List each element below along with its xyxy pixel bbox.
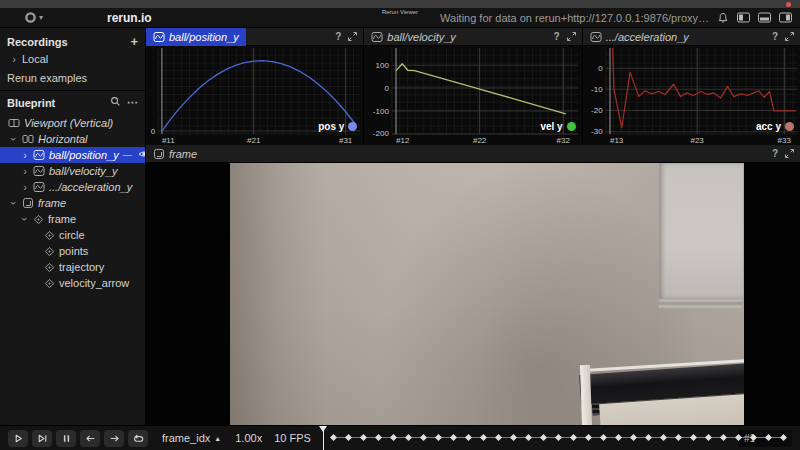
timeline-frame-marker[interactable]: [615, 433, 622, 440]
maximize-view-icon[interactable]: [566, 28, 577, 46]
tree-item-viewport[interactable]: Viewport (Vertical): [0, 115, 145, 131]
playback-speed[interactable]: 1.00x: [235, 432, 262, 444]
timeline-frame-marker[interactable]: [630, 433, 637, 440]
timeline-frame-marker[interactable]: [585, 433, 592, 440]
position-plot[interactable]: 0#11#21#31 pos y: [146, 46, 363, 145]
rerun-examples-label: Rerun examples: [7, 72, 87, 84]
timeline-frame-marker[interactable]: [705, 433, 712, 440]
chevron-right-icon[interactable]: ›: [10, 53, 18, 65]
tab-ball-velocity-y[interactable]: ball/velocity_y: [364, 28, 462, 46]
timeline-frame-marker[interactable]: [375, 433, 382, 440]
search-icon[interactable]: [110, 96, 121, 109]
connection-status: Waiting for data on rerun+http://127.0.0…: [440, 12, 709, 24]
chevron-down-icon[interactable]: ›: [8, 199, 20, 207]
svg-text:-200: -200: [373, 129, 390, 138]
timeline-frame-marker[interactable]: [525, 433, 532, 440]
step-forward-button[interactable]: [104, 430, 124, 447]
maximize-view-icon[interactable]: [784, 28, 795, 46]
notifications-bell-icon[interactable]: [717, 12, 729, 24]
timeline-frame-marker[interactable]: [600, 433, 607, 440]
tab-acceleration-y[interactable]: .../acceleration_y: [583, 28, 696, 46]
tree-item-ball-position-y[interactable]: › ball/position_y —: [0, 147, 145, 163]
tree-item-acceleration-y[interactable]: › .../acceleration_y: [0, 179, 145, 195]
toggle-right-panel-icon[interactable]: [779, 12, 792, 23]
rerun-menu-button[interactable]: ▾: [24, 11, 43, 24]
timeline-frame-marker[interactable]: [720, 433, 727, 440]
timeline-frame-marker[interactable]: [495, 433, 502, 440]
entity-icon: [44, 246, 55, 257]
timeline-frame-marker[interactable]: [405, 433, 412, 440]
help-icon[interactable]: ?: [335, 31, 341, 42]
svg-text:#22: #22: [473, 136, 487, 145]
tree-item-trajectory[interactable]: trajectory: [0, 259, 145, 275]
pause-button[interactable]: [56, 430, 76, 447]
chevron-right-icon[interactable]: ›: [21, 149, 29, 161]
more-options-icon[interactable]: ⋯: [127, 96, 138, 109]
timeline-frame-marker[interactable]: [570, 433, 577, 440]
tree-item-horizontal[interactable]: › Horizontal: [0, 131, 145, 147]
timeline-selector[interactable]: frame_idx ▲: [162, 432, 221, 444]
timeline-frame-marker[interactable]: [510, 433, 517, 440]
recordings-header: Recordings +: [0, 32, 145, 51]
svg-text:-20: -20: [591, 106, 603, 115]
toggle-bottom-panel-icon[interactable]: [758, 12, 771, 23]
help-icon[interactable]: ?: [554, 31, 560, 42]
tree-item-frame-entity[interactable]: › frame: [0, 211, 145, 227]
legend-dot: [785, 122, 794, 131]
timeline-frame-marker[interactable]: [345, 433, 352, 440]
timeline-playhead[interactable]: [323, 426, 324, 450]
sidebar-item-rerun-examples[interactable]: Rerun examples: [0, 70, 145, 85]
visibility-eye-icon[interactable]: [138, 149, 146, 161]
panel-ball-position-y: ball/position_y ? 0#11#21#31 pos y: [146, 28, 364, 145]
timeline-frame-marker[interactable]: [660, 433, 667, 440]
timeline-frame-marker[interactable]: [450, 433, 457, 440]
timeline-frame-marker[interactable]: [420, 433, 427, 440]
chevron-down-icon[interactable]: ›: [8, 135, 20, 143]
timeline-frame-marker[interactable]: [435, 433, 442, 440]
help-icon[interactable]: ?: [772, 31, 778, 42]
dropdown-up-icon: ▲: [214, 435, 221, 442]
tab-ball-position-y[interactable]: ball/position_y: [146, 28, 246, 46]
chevron-right-icon[interactable]: ›: [21, 165, 29, 177]
timeline-frame-marker[interactable]: [645, 433, 652, 440]
timeline-frame-marker[interactable]: [675, 433, 682, 440]
timeline-frame-marker[interactable]: [540, 433, 547, 440]
toggle-left-panel-icon[interactable]: [737, 12, 750, 23]
svg-text:0: 0: [151, 127, 156, 136]
frame-2d-view[interactable]: [146, 163, 800, 425]
maximize-view-icon[interactable]: [347, 28, 358, 46]
play-button[interactable]: [8, 430, 28, 447]
blueprint-title: Blueprint: [7, 97, 55, 109]
timeline-track[interactable]: [323, 426, 732, 450]
legend-dot: [567, 122, 576, 131]
add-recording-button[interactable]: +: [130, 35, 138, 48]
chevron-down-icon[interactable]: ›: [19, 215, 31, 223]
chevron-right-icon[interactable]: ›: [21, 181, 29, 193]
loop-button[interactable]: [128, 430, 148, 447]
playback-fps[interactable]: 10 FPS: [274, 432, 311, 444]
timeline-frame-marker[interactable]: [555, 433, 562, 440]
timeline-frame-marker[interactable]: [330, 433, 337, 440]
timeline-frame-marker[interactable]: [465, 433, 472, 440]
follow-button[interactable]: [32, 430, 52, 447]
tree-item-ball-velocity-y[interactable]: › ball/velocity_y: [0, 163, 145, 179]
window-close-button[interactable]: [786, 2, 791, 7]
tree-item-points[interactable]: points: [0, 243, 145, 259]
timeline-frame-marker[interactable]: [360, 433, 367, 440]
remove-icon[interactable]: —: [123, 151, 132, 160]
velocity-plot[interactable]: 1000-100-200#12#22#32 vel y: [364, 46, 581, 145]
timeline-frame-marker[interactable]: [390, 433, 397, 440]
step-back-button[interactable]: [80, 430, 100, 447]
tab-frame[interactable]: frame: [146, 145, 204, 163]
acceleration-plot[interactable]: 0-10-20-30#13#23#33 acc y: [583, 46, 800, 145]
tree-item-velocity-arrow[interactable]: velocity_arrow: [0, 275, 145, 291]
timeseries-view-icon: [153, 31, 165, 43]
maximize-view-icon[interactable]: [784, 145, 795, 163]
svg-text:100: 100: [376, 61, 390, 70]
timeline-frame-marker[interactable]: [480, 433, 487, 440]
sidebar-item-local[interactable]: › Local: [0, 51, 145, 66]
timeline-frame-marker[interactable]: [690, 433, 697, 440]
help-icon[interactable]: ?: [772, 148, 778, 159]
tree-item-frame-view[interactable]: › frame: [0, 195, 145, 211]
tree-item-circle[interactable]: circle: [0, 227, 145, 243]
